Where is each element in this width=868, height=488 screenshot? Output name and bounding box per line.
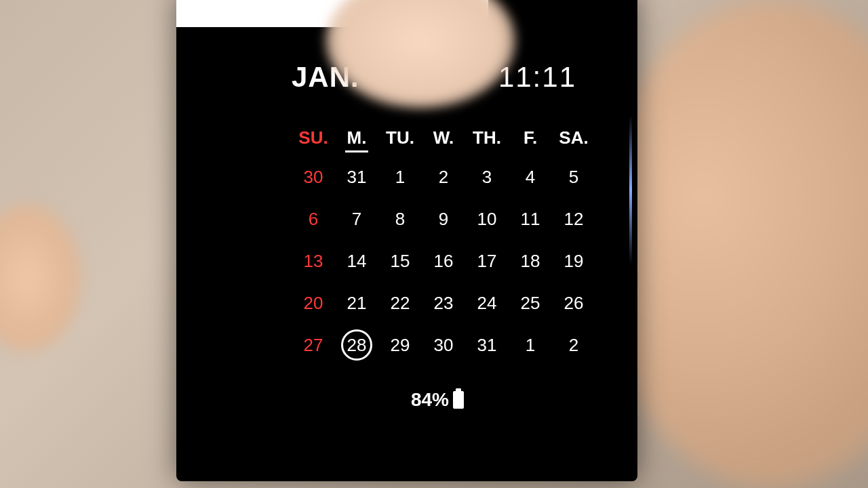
calendar-day: 27 [292,331,335,359]
battery-icon [453,391,464,409]
calendar-day: 20 [292,289,335,317]
calendar-day: 23 [422,289,465,317]
weekday-header: F. [509,127,552,148]
calendar-day: 26 [552,289,595,317]
calendar-day: 31 [335,163,378,190]
calendar-day: 30 [292,163,335,190]
calendar-day: 7 [335,205,378,232]
calendar-day: 5 [552,163,595,190]
battery-percent: 84% [411,389,449,411]
calendar-day: 2 [422,163,465,190]
weekday-header: TU. [378,127,422,148]
calendar-day: 11 [509,205,552,232]
calendar-day: 22 [378,289,422,317]
calendar-day: 2 [552,331,595,359]
today-ring-icon [341,329,372,361]
calendar-day: 4 [509,163,552,190]
calendar-day: 25 [509,289,552,317]
edge-screen-glow [629,115,632,264]
clock-time: 11:11 [498,61,576,94]
weekday-header: SA. [552,127,595,148]
calendar-day: 14 [335,247,378,274]
calendar-grid: SU.M.TU.W.TH.F.SA.3031123456789101112131… [292,127,597,359]
calendar-day: 9 [422,205,465,232]
calendar-day: 15 [378,247,422,274]
calendar-day: 30 [422,331,465,359]
calendar-day: 31 [465,331,509,359]
calendar-day: 18 [509,247,552,274]
calendar-day: 10 [465,205,509,232]
calendar-day-today: 28 [335,331,378,359]
weekday-header: SU. [292,127,335,148]
calendar-day: 1 [509,331,552,359]
calendar-day: 8 [378,205,422,232]
battery-status: 84% [278,389,597,411]
calendar-day: 1 [378,163,422,190]
calendar-day: 12 [552,205,595,232]
calendar-day: 19 [552,247,595,274]
calendar-day: 6 [292,205,335,232]
calendar-day: 17 [465,247,509,274]
calendar-day: 13 [292,247,335,274]
weekday-header: W. [422,127,465,148]
weekday-header: M. [335,127,378,148]
always-on-display: JAN. 11:11 SU.M.TU.W.TH.F.SA.30311234567… [292,61,597,411]
calendar-day: 29 [378,331,422,359]
calendar-day: 24 [465,289,509,317]
calendar-day: 16 [422,247,465,274]
calendar-day: 3 [465,163,509,190]
weekday-header: TH. [465,127,509,148]
calendar-day: 21 [335,289,378,317]
